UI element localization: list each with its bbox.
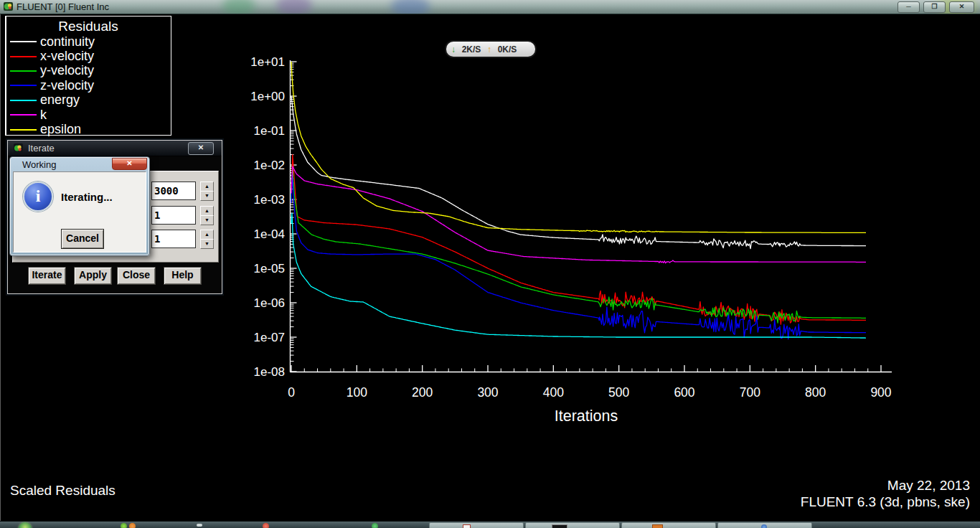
terminal-window-icon — [552, 524, 567, 528]
plot-title: Scaled Residuals — [10, 483, 116, 499]
legend-item: epsilon — [6, 122, 171, 136]
working-dialog-content: i Iterating... Cancel — [13, 171, 146, 253]
spin-field-row: 3000 ▲ ▼ — [151, 182, 220, 200]
spinner: ▲ ▼ — [200, 206, 212, 225]
fluent-version: FLUENT 6.3 (3d, pbns, ske) — [801, 494, 970, 510]
legend-title: Residuals — [6, 19, 171, 34]
svg-text:500: 500 — [608, 385, 629, 400]
fluent-window: 1e+011e+001e-011e-021e-031e-041e-051e-06… — [0, 0, 980, 528]
svg-text:800: 800 — [805, 385, 826, 400]
legend-item: y-velocity — [6, 64, 171, 78]
series-k — [291, 166, 866, 263]
spin-up-button[interactable]: ▲ — [200, 182, 214, 192]
svg-text:0: 0 — [288, 385, 295, 400]
spin-field-input[interactable]: 1 — [151, 230, 196, 248]
pinned-app-icon[interactable] — [372, 523, 378, 528]
svg-text:1e-03: 1e-03 — [254, 193, 285, 207]
restore-button[interactable]: ❐ — [923, 1, 946, 13]
svg-text:400: 400 — [543, 385, 564, 400]
legend-item: k — [6, 108, 171, 122]
legend-item: x-velocity — [6, 49, 171, 63]
window-title: FLUENT [0] Fluent Inc — [17, 1, 109, 12]
glass-blob — [391, 0, 430, 14]
plot-date: May 22, 2013 — [887, 478, 970, 494]
apply-button[interactable]: Apply — [74, 267, 112, 285]
taskbar-button[interactable] — [621, 522, 716, 528]
iterate-dialog-buttons: IterateApplyCloseHelp — [8, 267, 222, 286]
iterate-dialog-title: Iterate — [28, 143, 55, 154]
pinned-app-icon[interactable] — [129, 523, 136, 528]
window-controls: ─❐✕ — [897, 1, 974, 13]
spin-down-button[interactable]: ▼ — [200, 215, 214, 225]
legend-line-sample — [10, 114, 37, 116]
svg-text:1e-07: 1e-07 — [254, 331, 285, 344]
svg-text:300: 300 — [477, 385, 498, 400]
overflow-dots-icon[interactable] — [197, 524, 202, 527]
document-icon — [463, 524, 471, 528]
svg-text:1e-05: 1e-05 — [254, 262, 285, 275]
pinned-app-icon[interactable] — [263, 523, 269, 528]
spin-field-row: 1 ▲ ▼ — [151, 206, 220, 225]
help-button[interactable]: Help — [164, 267, 202, 285]
spin-down-button[interactable]: ▼ — [200, 191, 214, 201]
upload-speed: 0K/S — [496, 44, 518, 55]
cancel-button[interactable]: Cancel — [61, 229, 104, 249]
series-continuity — [291, 96, 866, 249]
start-button-icon[interactable] — [19, 522, 32, 528]
taskbar-button[interactable] — [429, 522, 524, 528]
spin-up-button[interactable]: ▲ — [200, 230, 214, 240]
upload-arrow-icon: ↑ — [487, 44, 491, 55]
svg-text:1e-04: 1e-04 — [254, 227, 285, 241]
working-message: Iterating... — [61, 191, 113, 203]
legend-line-sample — [10, 56, 37, 57]
legend-line-sample — [10, 41, 37, 42]
working-dialog-title: Working — [22, 159, 56, 170]
legend-line-sample — [10, 100, 37, 101]
close-button[interactable]: Close — [117, 267, 156, 285]
svg-text:1e+00: 1e+00 — [250, 90, 285, 103]
taskbar-button[interactable] — [525, 522, 620, 528]
iterate-dialog-icon — [14, 143, 23, 153]
spin-field-input[interactable]: 3000 — [151, 182, 196, 200]
iterate-button[interactable]: Iterate — [28, 267, 66, 285]
svg-text:100: 100 — [347, 385, 367, 400]
network-speed-widget[interactable]: ↓ 2K/S ↑ 0K/S — [445, 40, 537, 58]
residuals-legend: Residuals continuity x-velocity y-veloci… — [5, 16, 171, 136]
working-dialog: Working ✕ i Iterating... Cancel — [9, 156, 150, 256]
app-icon — [4, 1, 14, 11]
taskbar[interactable] — [0, 521, 980, 528]
download-arrow-icon: ↓ — [451, 44, 456, 55]
legend-item: continuity — [6, 34, 171, 49]
svg-text:1e-02: 1e-02 — [254, 159, 285, 172]
svg-text:900: 900 — [870, 385, 891, 400]
svg-text:1e+01: 1e+01 — [250, 55, 285, 69]
glass-blob — [222, 0, 255, 14]
spinner: ▲ ▼ — [200, 182, 212, 200]
legend-line-sample — [10, 85, 37, 86]
taskbar-button[interactable] — [717, 522, 812, 528]
iterate-dialog-titlebar[interactable]: Iterate ✕ — [8, 141, 222, 156]
minimize-button[interactable]: ─ — [897, 1, 920, 13]
iterate-close-button[interactable]: ✕ — [188, 142, 214, 155]
series-epsilon — [291, 62, 866, 232]
legend-item: z-velocity — [6, 78, 171, 93]
window-titlebar[interactable]: FLUENT [0] Fluent Inc ─❐✕ — [0, 0, 980, 14]
spin-up-button[interactable]: ▲ — [200, 206, 214, 216]
svg-text:Iterations: Iterations — [555, 407, 618, 425]
svg-text:1e-01: 1e-01 — [254, 124, 285, 138]
browser-icon — [761, 524, 767, 528]
svg-text:600: 600 — [674, 385, 694, 400]
legend-item: energy — [6, 93, 171, 108]
spin-down-button[interactable]: ▼ — [200, 239, 214, 249]
download-speed: 2K/S — [461, 44, 482, 55]
pinned-app-icon[interactable] — [121, 523, 127, 528]
presentation-icon — [652, 524, 663, 528]
legend-items: continuity x-velocity y-velocity z-veloc… — [6, 34, 171, 137]
spin-field-input[interactable]: 1 — [151, 206, 196, 225]
svg-text:1e-06: 1e-06 — [254, 296, 285, 310]
glass-blob — [276, 0, 312, 14]
info-icon: i — [23, 182, 53, 212]
working-close-button[interactable]: ✕ — [112, 158, 147, 170]
legend-line-sample — [10, 70, 37, 72]
close-button[interactable]: ✕ — [949, 1, 974, 13]
